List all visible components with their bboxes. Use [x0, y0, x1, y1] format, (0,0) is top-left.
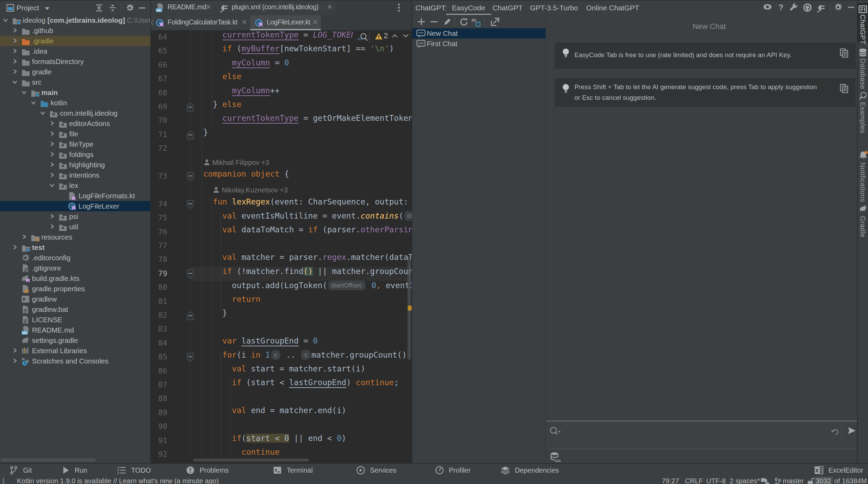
- statusbar-tool-todo[interactable]: TODO: [117, 466, 151, 475]
- tree-chevron-right-icon[interactable]: [12, 69, 17, 74]
- chatgpt-tab-easycode[interactable]: EasyCode: [452, 4, 485, 12]
- statusbar-tool-problems[interactable]: Problems: [186, 466, 229, 475]
- tree-item-main[interactable]: main: [0, 87, 150, 98]
- editor-tabs-menu-kebab-icon[interactable]: [398, 3, 400, 12]
- author-inlay[interactable]: Mikhail Filippov +3: [203, 156, 269, 170]
- tree-chevron-right-icon[interactable]: [12, 49, 17, 53]
- tree-chevron-right-icon[interactable]: [12, 358, 17, 363]
- prev-warning-chevron-icon[interactable]: [392, 34, 398, 38]
- statusbar-tool-run[interactable]: Run: [62, 466, 87, 475]
- copy-icon[interactable]: [840, 84, 849, 93]
- tree-item-gradlew[interactable]: gradlew: [0, 294, 150, 304]
- memory-indicator[interactable]: 3032 of 16384M: [814, 477, 867, 484]
- editor-tab-plugin-xml-com-intellij-ideolog-[interactable]: plugin.xml (com.intellij.ideolog): [215, 0, 337, 15]
- chatgpt-tab-online-chatgpt[interactable]: Online ChatGPT: [586, 4, 639, 12]
- tree-chevron-down-icon[interactable]: [12, 80, 17, 84]
- github-icon[interactable]: [803, 3, 812, 12]
- tree-chevron-down-icon[interactable]: [3, 18, 8, 22]
- chat-input[interactable]: [546, 421, 857, 449]
- tree-chevron-right-icon[interactable]: [12, 348, 17, 353]
- fold-marker-down[interactable]: [187, 200, 194, 209]
- tree-chevron-right-icon[interactable]: [22, 234, 27, 239]
- tree-chevron-right-icon[interactable]: [50, 224, 54, 229]
- indent-setting[interactable]: 2 spaces*: [730, 477, 760, 484]
- tab-close-icon[interactable]: [206, 4, 211, 9]
- editor-tab-foldingcalculatortask-kt[interactable]: FoldingCalculatorTask.kt: [151, 15, 251, 30]
- tree-chevron-right-icon[interactable]: [12, 28, 17, 33]
- author-inlay[interactable]: Nikolay.Kuznetsov +3: [213, 183, 287, 197]
- tree-chevron-right-icon[interactable]: [50, 172, 54, 177]
- editor-tab-logfilelexer-kt[interactable]: LogFileLexer.kt: [250, 15, 321, 30]
- caret-position[interactable]: 79:27: [662, 477, 679, 484]
- tree-item-build-gradle-kts[interactable]: build.gradle.kts: [0, 273, 150, 284]
- git-branch-name[interactable]: master: [783, 477, 804, 484]
- tree-chevron-right-icon[interactable]: [50, 162, 54, 167]
- tree-item--idea[interactable]: .idea: [0, 46, 150, 56]
- search-dropdown-icon[interactable]: [549, 426, 561, 436]
- copy-icon[interactable]: [840, 48, 849, 58]
- tree-item-external-libraries[interactable]: External Libraries: [0, 346, 150, 356]
- tab-scroll-left-icon[interactable]: [151, 19, 155, 25]
- tree-item-filetype[interactable]: fileType: [0, 139, 150, 149]
- tree-item-formatsdirectory[interactable]: formatsDirectory: [0, 56, 150, 67]
- chat-settings-gear-icon[interactable]: [834, 3, 842, 11]
- fold-marker-down[interactable]: [187, 269, 194, 279]
- project-hscrollbar[interactable]: [1, 459, 96, 462]
- project-title-dropdown-icon[interactable]: [44, 7, 50, 10]
- tab-close-icon[interactable]: [242, 20, 247, 24]
- tree-item-src[interactable]: src: [0, 77, 150, 87]
- tree-item--github[interactable]: .github: [0, 25, 150, 36]
- tree-item-test[interactable]: test: [0, 242, 150, 253]
- expand-all-icon[interactable]: [95, 4, 103, 12]
- wrench-icon[interactable]: [790, 3, 798, 12]
- add-chat-icon[interactable]: [417, 18, 425, 26]
- model-refresh-icon[interactable]: m: [471, 17, 481, 27]
- tree-item-com-intellij-ideolog[interactable]: com.intellij.ideolog: [0, 108, 150, 118]
- help-icon[interactable]: ?: [777, 3, 785, 12]
- status-message[interactable]: Kotlin version 1.9.0 is available // Lea…: [17, 477, 219, 484]
- excel-editor-button[interactable]: X ExcelEditor: [814, 466, 863, 475]
- tab-close-icon[interactable]: [313, 20, 318, 24]
- collapse-all-icon[interactable]: [109, 4, 116, 12]
- eye-icon[interactable]: [763, 4, 772, 10]
- tree-item-psi[interactable]: psi: [0, 211, 150, 222]
- tab-close-icon[interactable]: [327, 4, 332, 9]
- chatgpt-tab-gpt-3-5-turbo[interactable]: GPT-3.5-Turbo: [530, 4, 578, 12]
- tree-chevron-down-icon[interactable]: [22, 90, 27, 95]
- tree-item-lex[interactable]: lex: [0, 180, 150, 191]
- remove-chat-icon[interactable]: [430, 18, 438, 26]
- chat-list-divider[interactable]: [546, 15, 546, 463]
- fold-marker-up[interactable]: [187, 102, 194, 112]
- fold-marker-up[interactable]: [187, 130, 194, 140]
- fold-marker-down[interactable]: [187, 172, 194, 181]
- tree-chevron-right-icon[interactable]: [50, 131, 54, 136]
- fold-marker-up[interactable]: [187, 311, 194, 320]
- fold-marker-down[interactable]: [187, 353, 194, 362]
- chatgpt-tab-chatgpt[interactable]: ChatGPT: [493, 4, 523, 12]
- tree-chevron-right-icon[interactable]: [50, 141, 54, 146]
- statusbar-tool-services[interactable]: Services: [357, 466, 396, 475]
- tree-item-intentions[interactable]: intentions: [0, 170, 150, 180]
- chat-hide-panel-icon[interactable]: [847, 3, 855, 11]
- tree-item-settings-gradle[interactable]: settings.gradle: [0, 335, 150, 346]
- statusbar-tool-terminal[interactable]: Terminal: [273, 466, 313, 475]
- plugin-icon[interactable]: [816, 3, 825, 12]
- tree-item-readme-md[interactable]: MDREADME.md: [0, 325, 150, 335]
- tree-chevron-down-icon[interactable]: [31, 100, 36, 105]
- send-icon[interactable]: [847, 426, 856, 435]
- export-chat-icon[interactable]: [490, 18, 499, 27]
- code-editor[interactable]: 64currentTokenType = LOG_TOKEN65if (myBu…: [151, 30, 412, 463]
- tree-item-resources[interactable]: resources: [0, 232, 150, 242]
- encoding[interactable]: UTF-8: [706, 477, 726, 484]
- tree-chevron-right-icon[interactable]: [12, 59, 17, 64]
- statusbar-tool-profiler[interactable]: Profiler: [435, 466, 470, 475]
- tree-chevron-right-icon[interactable]: [12, 38, 17, 43]
- tree-chevron-down-icon[interactable]: [50, 183, 54, 188]
- tree-item-kotlin[interactable]: kotlin: [0, 98, 150, 108]
- tree-item-foldings[interactable]: foldings: [0, 149, 150, 160]
- tree-item-license[interactable]: LICENSE: [0, 315, 150, 325]
- db-context-icon[interactable]: <>: [550, 452, 561, 463]
- tree-item-gradle-properties[interactable]: gradle.properties: [0, 284, 150, 294]
- tree-chevron-right-icon[interactable]: [50, 121, 54, 126]
- tree-item-gradlew-bat[interactable]: gradlew.bat: [0, 304, 150, 315]
